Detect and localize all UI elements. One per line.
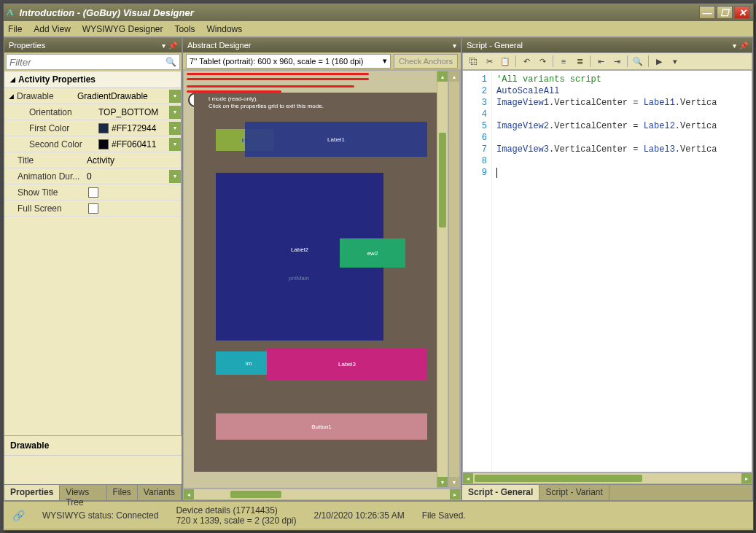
checkbox[interactable]	[88, 187, 98, 198]
uncomment-icon[interactable]: ⇥	[609, 55, 624, 68]
cut-icon[interactable]: ✂	[482, 55, 496, 68]
h-scrollbar[interactable]: ◂ ▸	[183, 489, 461, 500]
collapse-icon: ◢	[10, 76, 15, 83]
dropdown-button[interactable]: ▾	[169, 170, 181, 183]
window-title: Introduction - (GoBuy) Visual Designer	[19, 7, 699, 18]
prop-animation-duration[interactable]: Animation Dur... 0 ▾	[4, 168, 181, 184]
collapse-icon: ◢	[9, 93, 14, 100]
section-activity-properties[interactable]: ◢ Activity Properties	[4, 71, 181, 88]
pnlmain-label: pnlMain	[289, 275, 309, 281]
widget-button1[interactable]: Button1	[216, 413, 427, 440]
prop-key: Show Title	[17, 187, 87, 198]
run-dropdown-icon[interactable]: ▾	[668, 55, 682, 68]
pin-icon[interactable]: 📌	[168, 42, 177, 50]
prop-key: Second Color	[29, 139, 98, 149]
scroll-left-button[interactable]: ◂	[463, 473, 473, 483]
drawable-footer: Drawable	[4, 435, 182, 455]
script-toolbar: ⿻ ✂ 📋 ↶ ↷ ≡ ≣ ⇤ ⇥ 🔍 ▶ ▾	[462, 52, 752, 70]
prop-val: GradientDrawable	[77, 91, 169, 101]
line-gutter: 123456789	[463, 71, 492, 472]
scroll-right-button[interactable]: ▸	[450, 489, 460, 499]
prop-full-screen[interactable]: Full Screen	[4, 201, 181, 217]
dropdown-icon[interactable]: ▾	[453, 42, 456, 50]
dropdown-button[interactable]: ▾	[169, 90, 181, 103]
pin-icon[interactable]: 📌	[739, 42, 748, 50]
prop-key: Drawable	[17, 91, 77, 101]
device-details: Device details (17714435) 720 x 1339, sc…	[176, 505, 296, 526]
scroll-up-button[interactable]: ▴	[437, 71, 448, 82]
menu-tools[interactable]: Tools	[175, 24, 195, 34]
prop-orientation[interactable]: Orientation TOP_BOTTOM ▾	[4, 104, 181, 120]
prop-key: Title	[17, 155, 87, 166]
script-tabs: Script - General Script - Variant	[462, 484, 752, 500]
prop-show-title[interactable]: Show Title	[4, 184, 181, 201]
prop-drawable[interactable]: ◢ Drawable GradientDrawable ▾	[4, 88, 181, 104]
v-scrollbar-inner[interactable]: ▴ ▾	[448, 71, 460, 488]
paste-icon[interactable]: 📋	[498, 55, 513, 68]
dropdown-button[interactable]: ▾	[169, 122, 181, 135]
menu-file[interactable]: File	[8, 24, 22, 34]
prop-second-color[interactable]: Second Color #FF060411 ▾	[4, 136, 181, 152]
prop-first-color[interactable]: First Color #FF172944 ▾	[4, 120, 181, 136]
tab-views-tree[interactable]: Views Tree	[60, 485, 106, 500]
minimize-button[interactable]: —	[699, 6, 715, 19]
filter-input[interactable]	[9, 57, 165, 68]
indent-icon[interactable]: ≣	[572, 55, 587, 68]
close-button[interactable]: ✕	[734, 6, 750, 19]
prop-val: 0	[87, 171, 169, 182]
design-surface[interactable]: t mode (read-only). Click on the propert…	[194, 93, 442, 472]
code-editor[interactable]: 123456789 'All variants script AutoScale…	[462, 70, 752, 472]
prop-key: Orientation	[29, 107, 98, 117]
script-h-scrollbar[interactable]: ◂ ▸	[462, 472, 752, 484]
v-scrollbar-outer[interactable]: ▴ ▾	[437, 71, 448, 488]
find-icon[interactable]: 🔍	[631, 55, 645, 68]
widget-imageview2[interactable]: ew2	[340, 238, 405, 268]
menu-wysiwyg[interactable]: WYSIWYG Designer	[82, 24, 163, 34]
tab-variants[interactable]: Variants	[138, 485, 182, 500]
scroll-right-button[interactable]: ▸	[741, 473, 752, 483]
tab-properties[interactable]: Properties	[4, 485, 60, 500]
dropdown-button[interactable]: ▾	[169, 138, 181, 151]
readonly-hint: t mode (read-only). Click on the propert…	[194, 93, 442, 113]
tab-script-general[interactable]: Script - General	[462, 485, 539, 500]
menu-add-view[interactable]: Add View	[34, 24, 70, 34]
scroll-down-button[interactable]: ▾	[437, 477, 448, 487]
maximize-button[interactable]: ☐	[717, 6, 733, 19]
prop-key: Animation Dur...	[17, 171, 87, 182]
status-saved: File Saved.	[422, 510, 466, 521]
scroll-up-button[interactable]: ▴	[449, 71, 459, 82]
check-anchors-button[interactable]: Check Anchors	[394, 54, 458, 69]
menu-windows[interactable]: Windows	[207, 24, 243, 34]
run-icon[interactable]: ▶	[652, 55, 666, 68]
undo-icon[interactable]: ↶	[519, 55, 534, 68]
copy-icon[interactable]: ⿻	[466, 55, 480, 68]
comment-icon[interactable]: ⇤	[593, 55, 608, 68]
app-window: A Introduction - (GoBuy) Visual Designer…	[3, 3, 754, 531]
widget-label3[interactable]: Label3	[267, 348, 427, 380]
script-header-label: Script - General	[467, 41, 730, 50]
device-select[interactable]: 7'' Tablet (portrait): 600 x 960, scale …	[186, 54, 391, 69]
designer-canvas[interactable]: » t mode (read-only). Click on the prope…	[183, 70, 461, 489]
color-swatch	[98, 139, 109, 149]
scroll-left-button[interactable]: ◂	[184, 489, 194, 499]
wysiwyg-status: WYSIWYG status: Connected	[42, 510, 158, 521]
properties-tabs: Properties Views Tree Files Variants	[4, 484, 182, 500]
checkbox[interactable]	[88, 203, 98, 214]
prop-title[interactable]: Title Activity	[4, 152, 181, 168]
widget-label1[interactable]: Label1	[245, 122, 427, 157]
dropdown-button[interactable]: ▾	[169, 106, 181, 119]
redo-icon[interactable]: ↷	[535, 55, 550, 68]
code-text[interactable]: 'All variants script AutoScaleAll ImageV…	[492, 71, 752, 472]
tab-files[interactable]: Files	[107, 485, 138, 500]
dropdown-icon[interactable]: ▾	[733, 42, 736, 50]
search-icon[interactable]: 🔍	[165, 57, 176, 67]
tab-script-variant[interactable]: Script - Variant	[539, 485, 609, 500]
device-select-label: 7'' Tablet (portrait): 600 x 960, scale …	[190, 57, 364, 66]
dropdown-icon[interactable]: ▾	[162, 42, 165, 50]
scroll-down-button[interactable]: ▾	[449, 477, 459, 487]
outdent-icon[interactable]: ≡	[556, 55, 571, 68]
status-timestamp: 2/10/2020 10:26:35 AM	[314, 510, 405, 521]
script-panel: Script - General ▾ 📌 ⿻ ✂ 📋 ↶ ↷ ≡ ≣ ⇤ ⇥ 🔍	[461, 37, 753, 501]
script-header: Script - General ▾ 📌	[462, 38, 752, 52]
prop-key: Full Screen	[17, 203, 87, 214]
